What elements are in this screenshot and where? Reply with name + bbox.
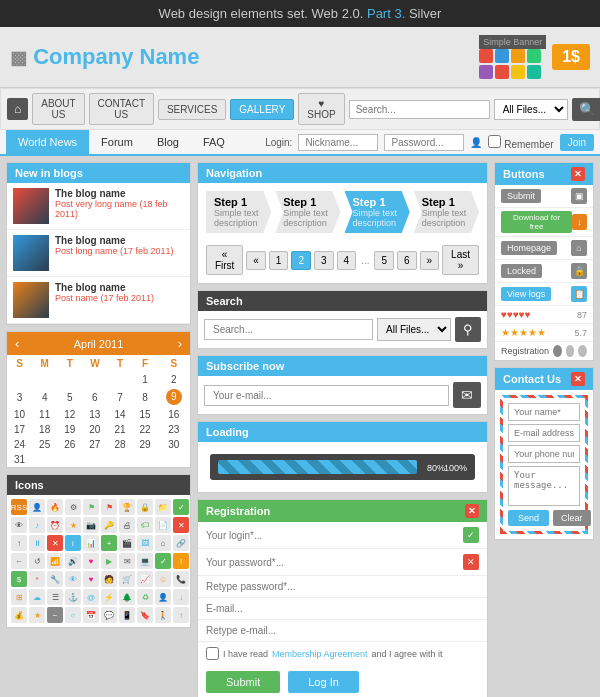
cal-day-1[interactable]: 1 xyxy=(133,372,158,387)
pg-last[interactable]: Last » xyxy=(442,245,479,275)
buttons-close-button[interactable]: ✕ xyxy=(571,167,585,181)
icon-gear[interactable]: ⚙ xyxy=(65,499,81,515)
icon-pause[interactable]: ⏸ xyxy=(29,535,45,551)
icon-play[interactable]: ▶ xyxy=(101,553,117,569)
icon-image[interactable]: 🖼 xyxy=(137,535,153,551)
icon-phone[interactable]: 📞 xyxy=(173,571,189,587)
icon-mail[interactable]: ✉ xyxy=(119,553,135,569)
icon-camera[interactable]: 📷 xyxy=(83,517,99,533)
icon-video[interactable]: 🎬 xyxy=(119,535,135,551)
icon-trophy[interactable]: 🏆 xyxy=(119,499,135,515)
reg-agree-checkbox[interactable] xyxy=(206,647,219,660)
icon-user2[interactable]: 👤 xyxy=(155,589,171,605)
reg-membership-link[interactable]: Membership Agreement xyxy=(272,649,368,659)
icon-computer[interactable]: 💻 xyxy=(137,553,153,569)
icon-coin[interactable]: 💰 xyxy=(11,607,27,623)
pg-first[interactable]: « First xyxy=(206,245,243,275)
tab-forum[interactable]: Forum xyxy=(89,130,145,156)
icon-arrow-left[interactable]: ← xyxy=(11,553,27,569)
icon-user[interactable]: 👤 xyxy=(29,499,45,515)
icon-vol[interactable]: 🔊 xyxy=(65,553,81,569)
pg-5[interactable]: 5 xyxy=(374,251,394,270)
cal-day-4[interactable]: 4 xyxy=(32,387,57,407)
gallery-button[interactable]: GALLERY xyxy=(230,99,294,120)
icon-anchor[interactable]: ⚓ xyxy=(65,589,81,605)
icon-heart2[interactable]: ♥ xyxy=(83,571,99,587)
nav-files-select[interactable]: All Files... xyxy=(494,99,568,120)
icon-arrow-up[interactable]: ↑ xyxy=(11,535,27,551)
icon-warning[interactable]: ! xyxy=(173,553,189,569)
icon-tree[interactable]: 🌲 xyxy=(119,589,135,605)
icon-check-green[interactable]: ✓ xyxy=(173,499,189,515)
contact-send-button[interactable]: Send xyxy=(508,510,549,526)
step-2[interactable]: Step 1 Simple text description xyxy=(275,191,340,233)
locked-ui-button[interactable]: Locked xyxy=(501,264,542,278)
pg-3[interactable]: 3 xyxy=(314,251,334,270)
homepage-ui-button[interactable]: Homepage xyxy=(501,241,557,255)
icon-dollar[interactable]: $ xyxy=(11,571,27,587)
step-4[interactable]: Step 1 Simple text description xyxy=(414,191,479,233)
tab-faq[interactable]: FAQ xyxy=(191,130,237,156)
nickname-input[interactable] xyxy=(298,134,378,151)
search-go-button[interactable]: ⚲ xyxy=(455,317,481,342)
icon-key[interactable]: 🔑 xyxy=(101,517,117,533)
pg-4[interactable]: 4 xyxy=(337,251,357,270)
icon-settings[interactable]: 🔧 xyxy=(47,571,63,587)
cal-prev-button[interactable]: ‹ xyxy=(15,336,19,351)
icon-rss[interactable]: RSS xyxy=(11,499,27,515)
pg-2[interactable]: 2 xyxy=(291,251,311,270)
subscribe-send-button[interactable]: ✉ xyxy=(453,382,481,408)
reg-submit-button[interactable]: Submit xyxy=(206,671,280,693)
icon-flag-red[interactable]: ⚑ xyxy=(101,499,117,515)
icon-face[interactable]: ☺ xyxy=(155,571,171,587)
icon-rss2[interactable]: ⊞ xyxy=(11,589,27,605)
icon-folder[interactable]: 📁 xyxy=(155,499,171,515)
icon-info[interactable]: i xyxy=(65,535,81,551)
icon-music[interactable]: ♪ xyxy=(29,517,45,533)
reg-email-input[interactable] xyxy=(206,603,479,614)
icon-eye[interactable]: 👁 xyxy=(11,517,27,533)
contact-button[interactable]: CONTACT US xyxy=(89,93,154,125)
icon-star2[interactable]: ★ xyxy=(29,607,45,623)
cal-day-5[interactable]: 5 xyxy=(57,387,82,407)
viewlogs-ui-button[interactable]: View logs xyxy=(501,287,551,301)
cal-next-button[interactable]: › xyxy=(178,336,182,351)
cal-day-2[interactable]: 2 xyxy=(158,372,190,387)
reg-scroll[interactable]: ✓ ✕ xyxy=(198,522,487,642)
about-button[interactable]: ABOUT US xyxy=(32,93,84,125)
reg-password-input[interactable] xyxy=(206,557,463,568)
icon-printer[interactable]: 🖨 xyxy=(119,517,135,533)
step-3[interactable]: Step 1 Simple text description xyxy=(345,191,410,233)
icon-clock[interactable]: ⏰ xyxy=(47,517,63,533)
icon-no[interactable]: ✕ xyxy=(47,535,63,551)
icon-cart[interactable]: 🛒 xyxy=(119,571,135,587)
icon-minus[interactable]: − xyxy=(47,607,63,623)
password-input[interactable] xyxy=(384,134,464,151)
icon-home[interactable]: ⌂ xyxy=(155,535,171,551)
contact-close-button[interactable]: ✕ xyxy=(571,372,585,386)
reg-retype-email-input[interactable] xyxy=(206,625,479,636)
download-ui-button[interactable]: Download for free xyxy=(501,211,572,233)
icon-bolt[interactable]: ⚡ xyxy=(101,589,117,605)
icon-bar-chart[interactable]: 📈 xyxy=(137,571,153,587)
icon-link[interactable]: 🔗 xyxy=(173,535,189,551)
pg-next[interactable]: » xyxy=(420,251,440,270)
cal-day-6[interactable]: 6 xyxy=(82,387,107,407)
remember-checkbox[interactable] xyxy=(488,135,501,148)
icon-walk[interactable]: 🚶 xyxy=(155,607,171,623)
icon-tag[interactable]: 🏷 xyxy=(137,517,153,533)
search-files-select[interactable]: All Files... xyxy=(377,318,451,341)
cal-day-7[interactable]: 7 xyxy=(107,387,132,407)
banner-price[interactable]: 1$ xyxy=(552,44,590,70)
icon-list[interactable]: ☰ xyxy=(47,589,63,605)
cal-day-8[interactable]: 8 xyxy=(133,387,158,407)
icon-calendar[interactable]: 📅 xyxy=(83,607,99,623)
icon-wifi[interactable]: 📶 xyxy=(47,553,63,569)
reg-retype-password-input[interactable] xyxy=(206,581,479,592)
pg-1[interactable]: 1 xyxy=(269,251,289,270)
contact-name-input[interactable] xyxy=(508,403,580,421)
reg-close-button[interactable]: ✕ xyxy=(465,504,479,518)
icon-recycle[interactable]: ♻ xyxy=(137,589,153,605)
step-1[interactable]: Step 1 Simple text description xyxy=(206,191,271,233)
icon-star[interactable]: ★ xyxy=(65,517,81,533)
